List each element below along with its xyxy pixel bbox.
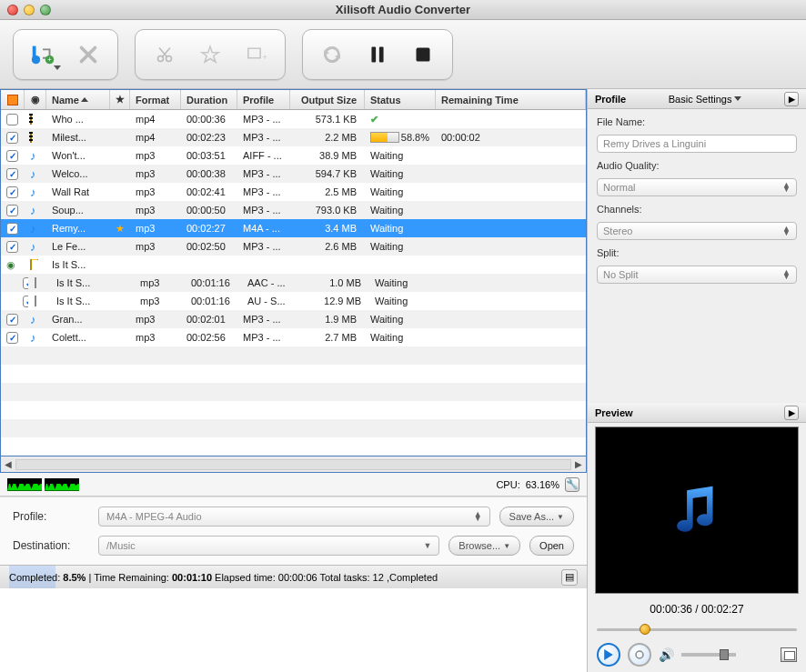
expand-profile-button[interactable]: ▶ [784, 92, 799, 106]
row-checkbox[interactable] [23, 296, 29, 307]
table-row[interactable]: Is It S...mp300:01:16AAC - ...1.0 MBWait… [1, 274, 586, 292]
column-check[interactable] [1, 90, 25, 109]
row-name: Is It S... [46, 259, 110, 270]
scroll-right-icon[interactable]: ▶ [571, 459, 586, 469]
row-checkbox[interactable] [6, 314, 18, 326]
file-name-input[interactable] [597, 135, 797, 153]
preview-time: 00:00:36 / 00:02:27 [588, 597, 806, 621]
table-row[interactable]: Milest...mp400:02:23MP3 - ...2.2 MB58.8%… [1, 128, 586, 146]
column-star[interactable]: ★ [110, 90, 130, 109]
table-row-empty [1, 346, 586, 365]
row-checkbox[interactable] [6, 186, 18, 198]
table-row[interactable]: ♪Welco...mp300:00:38MP3 - ...594.7 KBWai… [1, 165, 586, 183]
log-button[interactable]: ▤ [561, 569, 578, 586]
column-name[interactable]: Name [46, 90, 110, 109]
column-format[interactable]: Format [130, 90, 181, 109]
horizontal-scrollbar[interactable]: ◀ ▶ [0, 456, 587, 473]
table-row[interactable]: Is It S...mp300:01:16AU - S...12.9 MBWai… [1, 292, 586, 310]
table-header: ◉ Name ★ Format Duration Profile Output … [1, 90, 586, 110]
table-row-empty [1, 383, 586, 401]
table-row[interactable]: Who ...mp400:00:36MP3 - ...573.1 KB✔ [1, 110, 586, 128]
profile-panel-header: Profile Basic Settings ▶ [588, 89, 806, 109]
row-status-text: Waiting [370, 186, 403, 197]
svg-point-1 [32, 55, 40, 63]
table-body[interactable]: Who ...mp400:00:36MP3 - ...573.1 KB✔Mile… [1, 110, 586, 456]
add-file-button[interactable]: + [23, 35, 63, 74]
stop-button[interactable] [403, 35, 443, 74]
preview-display [595, 426, 799, 594]
table-row[interactable]: ♪Soup...mp300:00:50MP3 - ...793.0 KBWait… [1, 201, 586, 219]
row-progress [370, 132, 399, 143]
row-name: Is It S... [51, 296, 115, 306]
remove-button[interactable] [68, 35, 108, 74]
row-status-text: Waiting [375, 296, 408, 306]
preview-seek-slider[interactable] [597, 621, 797, 637]
updown-icon: ▲▼ [474, 512, 482, 521]
row-checkbox[interactable] [23, 277, 29, 289]
audio-quality-select[interactable]: Normal▲▼ [597, 178, 797, 196]
channels-select[interactable]: Stereo▲▼ [597, 222, 797, 240]
stop-preview-button[interactable] [628, 643, 651, 667]
table-row[interactable]: ♪Colett...mp300:02:56MP3 - ...2.7 MBWait… [1, 328, 586, 346]
split-select[interactable]: No Split▲▼ [597, 266, 797, 284]
file-table: ◉ Name ★ Format Duration Profile Output … [0, 89, 587, 456]
row-name: Welco... [46, 168, 110, 179]
row-name: Is It S... [51, 277, 115, 288]
clip-button[interactable] [145, 35, 185, 74]
column-profile[interactable]: Profile [237, 90, 290, 109]
row-checkbox[interactable] [6, 241, 18, 253]
play-button[interactable] [597, 643, 620, 667]
row-checkbox[interactable] [6, 132, 18, 144]
row-name: Wall Rat [46, 186, 110, 197]
row-checkbox[interactable] [6, 168, 18, 180]
table-row[interactable]: ♪Remy...★mp300:02:27M4A - ...3.4 MBWaiti… [1, 219, 586, 237]
row-checkbox[interactable] [6, 205, 18, 216]
cpu-label: CPU: [496, 479, 519, 490]
column-remaining[interactable]: Remaining Time [436, 90, 586, 109]
add-profile-button[interactable]: + [236, 35, 276, 74]
table-row[interactable]: ♪Gran...mp300:02:01MP3 - ...1.9 MBWaitin… [1, 310, 586, 328]
check-icon: ✔ [370, 114, 378, 125]
row-status-text: Waiting [370, 205, 403, 216]
effects-button[interactable] [190, 35, 230, 74]
destination-select[interactable]: /Music ▼ [98, 536, 439, 556]
row-checkbox[interactable] [6, 223, 18, 235]
expand-preview-button[interactable]: ▶ [784, 406, 799, 420]
column-output-size[interactable]: Output Size [290, 90, 365, 109]
basic-settings-dropdown[interactable]: Basic Settings [669, 94, 742, 105]
table-row-empty [1, 419, 586, 437]
snapshot-button[interactable] [781, 647, 797, 662]
row-status-text: Waiting [370, 241, 403, 252]
file-name-label: File Name: [597, 116, 797, 127]
column-duration[interactable]: Duration [181, 90, 237, 109]
table-row[interactable]: ♪Le Fe...mp300:02:50MP3 - ...2.6 MBWaiti… [1, 237, 586, 256]
cpu-graph [7, 478, 79, 491]
row-checkbox[interactable] [6, 332, 18, 344]
row-name: Milest... [46, 132, 110, 143]
row-name: Who ... [46, 114, 110, 125]
pause-button[interactable] [358, 35, 398, 74]
table-row[interactable]: ♪Wall Ratmp300:02:41MP3 - ...2.5 MBWaiti… [1, 183, 586, 201]
svg-rect-6 [248, 48, 261, 58]
volume-slider[interactable] [681, 653, 736, 657]
open-button[interactable]: Open [529, 536, 574, 556]
browse-button[interactable]: Browse...▼ [448, 536, 520, 556]
window-title: Xilisoft Audio Converter [0, 3, 806, 16]
scroll-left-icon[interactable]: ◀ [1, 459, 15, 469]
channels-label: Channels: [597, 204, 797, 215]
split-label: Split: [597, 247, 797, 258]
save-as-button[interactable]: Save As...▼ [499, 507, 574, 527]
preview-panel-header: Preview ▶ [588, 403, 806, 423]
column-status[interactable]: Status [365, 90, 436, 109]
table-row[interactable]: ♪Won't...mp300:03:51AIFF - ...38.9 MBWai… [1, 146, 586, 165]
cpu-settings-button[interactable]: 🔧 [565, 477, 579, 492]
table-row[interactable]: ◉Is It S... [1, 256, 586, 274]
profile-select[interactable]: M4A - MPEG-4 Audio ▲▼ [98, 507, 490, 527]
row-checkbox[interactable] [6, 150, 18, 162]
refresh-button[interactable] [312, 35, 352, 74]
column-icon[interactable]: ◉ [25, 90, 46, 109]
row-status-text: Waiting [375, 277, 408, 288]
row-name: Colett... [46, 332, 110, 343]
svg-rect-8 [371, 46, 376, 62]
row-checkbox[interactable] [6, 114, 18, 125]
